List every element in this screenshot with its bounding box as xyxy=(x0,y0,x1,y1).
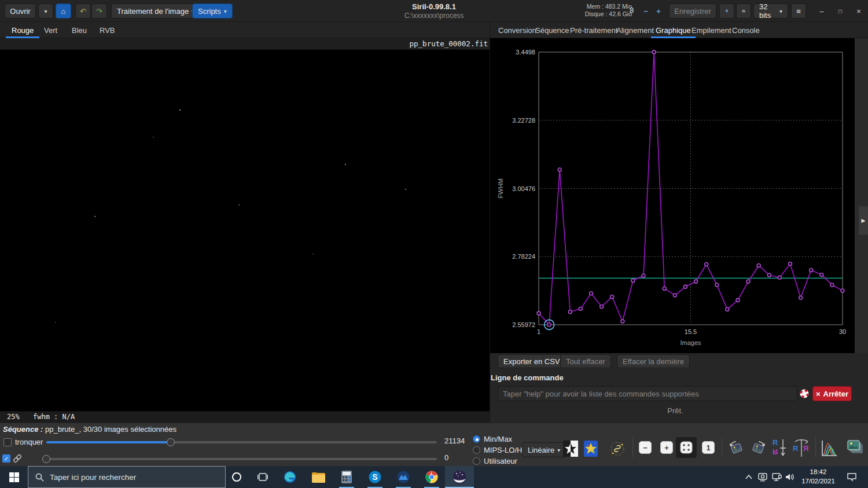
tab-rouge[interactable]: Rouge xyxy=(6,22,39,38)
truncate-checkbox[interactable] xyxy=(3,438,12,446)
minus-icon: − xyxy=(643,7,648,16)
save-as-button[interactable] xyxy=(719,3,734,19)
help-button[interactable] xyxy=(798,387,811,400)
tab-vert[interactable]: Vert xyxy=(38,22,63,38)
minimize-button[interactable]: – xyxy=(814,3,830,19)
taskbar-skype[interactable]: S xyxy=(361,466,389,488)
stop-x-icon: × xyxy=(816,390,821,398)
undo-icon: ↶ xyxy=(80,7,86,16)
open-button[interactable]: Ouvrir xyxy=(5,3,36,19)
scripts-menu-button[interactable]: Scripts▾ xyxy=(192,3,233,19)
channel-tabbar: Rouge Vert Bleu RVB xyxy=(0,22,490,38)
panel-expand-handle[interactable]: ▶ xyxy=(859,206,868,235)
action-center-button[interactable] xyxy=(840,466,863,488)
export-csv-button[interactable]: Exporter en CSV xyxy=(498,354,566,368)
rotate-right-icon xyxy=(749,440,767,457)
tab-bleu[interactable]: Bleu xyxy=(66,22,93,38)
rotate-left-button[interactable] xyxy=(728,440,745,457)
taskbar-clock[interactable]: 18:42 17/02/2021 xyxy=(797,467,839,486)
chevron-down-icon: ▾ xyxy=(224,8,227,14)
cortana-button[interactable] xyxy=(223,466,251,488)
radio-minmax[interactable] xyxy=(473,435,480,443)
lo-value: 0 xyxy=(444,453,448,462)
astrometry-button[interactable] xyxy=(609,441,626,457)
radio-utilisateur-label: Utilisateur xyxy=(484,457,517,465)
zoom-one-button[interactable]: 1 xyxy=(702,441,715,454)
titlebar: Ouvrir ▾ ⌂ ↶ ↷ Traitement de l'image▾ Sc… xyxy=(0,0,868,22)
negative-view-button[interactable] xyxy=(562,439,579,458)
taskbar-search[interactable]: Taper ici pour rechercher xyxy=(28,466,226,488)
histogram-button[interactable] xyxy=(820,439,838,458)
tray-expand-button[interactable] xyxy=(741,466,756,488)
image-processing-menu-button[interactable]: Traitement de l'image▾ xyxy=(111,3,200,19)
hi-slider-thumb[interactable] xyxy=(167,438,175,446)
star-detection-button[interactable] xyxy=(583,439,598,458)
snapshot-button[interactable] xyxy=(736,3,751,19)
radio-mips[interactable] xyxy=(473,446,480,454)
minimize-icon: – xyxy=(819,7,823,16)
undo-button[interactable]: ↶ xyxy=(75,3,91,19)
flip-vertical-button[interactable]: R R xyxy=(771,438,788,459)
star xyxy=(94,216,95,217)
lo-slider-track[interactable] xyxy=(42,458,437,460)
tray-volume-button[interactable] xyxy=(782,466,797,488)
lifebuoy-icon xyxy=(799,388,810,399)
process-tabbar: Conversion Séquence Pré-traitement Align… xyxy=(490,22,868,38)
start-button[interactable] xyxy=(0,466,28,488)
star xyxy=(55,322,56,323)
sequence-list-button[interactable] xyxy=(846,439,865,458)
layers-value: 8 xyxy=(630,6,634,14)
stop-button[interactable]: ×Arrêter xyxy=(812,386,852,401)
edge-icon xyxy=(283,470,297,484)
task-view-button[interactable] xyxy=(249,466,277,488)
memory-status: Mem : 483.2 Mio xyxy=(585,3,632,10)
zoom-fit-button[interactable] xyxy=(676,437,697,458)
taskbar-edge[interactable] xyxy=(276,466,304,488)
hamburger-menu-button[interactable]: ≡ xyxy=(791,3,806,19)
star xyxy=(345,164,346,165)
redo-button[interactable]: ↷ xyxy=(91,3,107,19)
taskbar-siril[interactable] xyxy=(445,466,474,488)
link-checkbox[interactable]: ✓ xyxy=(2,454,10,463)
home-button[interactable]: ⌂ xyxy=(56,3,71,19)
zoom-out-button[interactable]: − xyxy=(639,441,652,454)
disk-status: Disque : 42.6 Gio xyxy=(585,10,632,18)
fwhm-chart[interactable]: 3.44983.227283.004762.782242.55972115.53… xyxy=(495,43,855,352)
lo-slider-thumb[interactable] xyxy=(42,455,50,463)
tab-rvb[interactable]: RVB xyxy=(94,22,121,38)
svg-text:3.00476: 3.00476 xyxy=(512,185,535,192)
tray-cast-button[interactable] xyxy=(755,466,770,488)
spin-minus-button[interactable]: − xyxy=(640,3,652,19)
zoom-in-button[interactable]: + xyxy=(660,441,673,454)
svg-text:FWHM: FWHM xyxy=(497,178,504,198)
close-button[interactable]: × xyxy=(851,3,867,19)
nordvpn-icon xyxy=(396,470,410,484)
rotate-right-button[interactable] xyxy=(749,440,767,457)
radio-utilisateur[interactable] xyxy=(473,457,480,465)
zoom-one-icon: 1 xyxy=(706,443,710,452)
command-line-label: Ligne de commande xyxy=(491,373,564,382)
restore-icon: □ xyxy=(838,8,842,14)
zoom-fit-icon xyxy=(680,441,693,454)
taskbar-nordvpn[interactable] xyxy=(389,466,417,488)
scale-select[interactable]: Linéaire▾ xyxy=(522,442,566,457)
tab-console[interactable]: Console xyxy=(727,22,764,38)
search-icon xyxy=(35,473,44,482)
spin-plus-button[interactable]: + xyxy=(653,3,664,19)
bit-depth-select[interactable]: 32 bits▾ xyxy=(753,3,788,19)
taskbar-explorer[interactable] xyxy=(304,466,332,488)
taskbar-calculator[interactable] xyxy=(333,466,361,488)
taskbar-chrome[interactable] xyxy=(418,466,446,488)
star xyxy=(179,109,181,111)
image-filename: pp_brute_00002.fit xyxy=(410,39,488,48)
skype-icon: S xyxy=(368,470,382,484)
image-canvas[interactable] xyxy=(0,50,490,411)
action-center-icon xyxy=(847,472,857,482)
siril-icon xyxy=(452,469,467,485)
open-dropdown-button[interactable]: ▾ xyxy=(38,3,53,19)
command-input[interactable] xyxy=(498,386,797,401)
restore-button[interactable]: □ xyxy=(832,3,848,19)
close-icon: × xyxy=(856,7,861,16)
flip-horizontal-button[interactable]: R Я xyxy=(793,438,810,459)
camera-icon xyxy=(742,7,745,15)
